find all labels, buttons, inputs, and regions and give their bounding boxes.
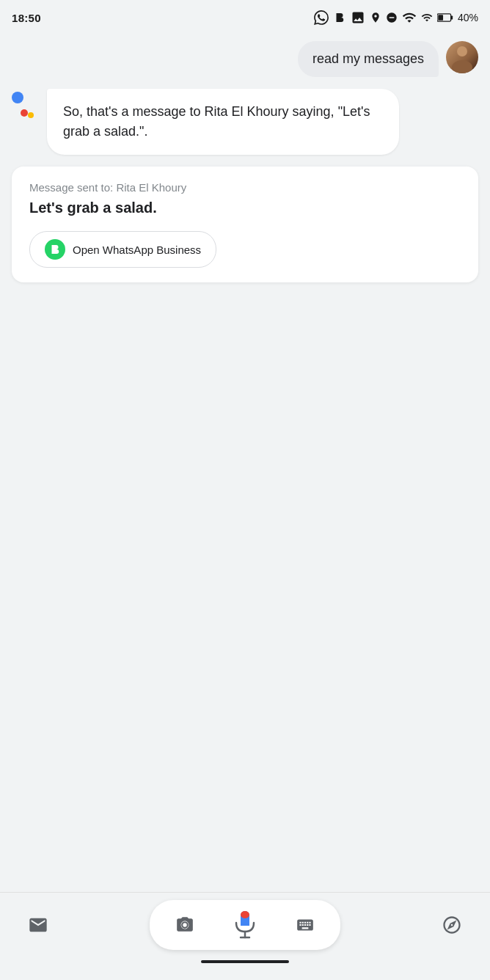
tray-button[interactable] [22,909,54,941]
google-assistant-logo [12,92,38,118]
assistant-message-bubble: So, that's a message to Rita El Khoury s… [47,89,399,155]
svg-rect-1 [451,15,453,19]
status-bar: 18:50 [0,0,490,32]
battery-status-icon [437,12,453,23]
svg-point-4 [452,60,472,73]
svg-rect-8 [241,918,249,926]
compass-button[interactable] [436,909,468,941]
assistant-message-text: So, that's a message to Rita El Khoury s… [63,104,370,139]
avatar-image [446,41,478,73]
signal-status-icon [421,12,433,23]
whatsapp-status-icon [314,10,329,25]
message-card-recipient: Message sent to: Rita El Khoury [29,181,461,194]
open-whatsapp-business-button[interactable]: Open WhatsApp Business [29,231,216,268]
user-message-row: read my messages [12,41,478,77]
location-status-icon [370,12,381,23]
user-message-bubble: read my messages [298,41,439,77]
svg-rect-7 [241,911,249,918]
status-icons: 40% [314,10,478,25]
message-card-text: Let's grab a salad. [29,200,461,216]
chat-area: read my messages So, that's a message to… [0,32,490,892]
status-time: 18:50 [12,12,41,24]
open-app-button-label: Open WhatsApp Business [73,244,201,256]
lens-button[interactable] [172,912,198,938]
dot-yellow [28,112,34,118]
home-indicator [201,960,289,963]
dnd-status-icon [386,12,398,23]
user-message-text: read my messages [312,51,424,66]
whatsapp-business-icon [45,239,65,260]
svg-rect-2 [438,15,443,21]
bottom-controls [0,900,490,950]
microphone-button[interactable] [227,907,263,943]
center-pill [150,900,340,950]
keyboard-button[interactable] [292,912,318,938]
b-status-icon [333,11,346,24]
dot-blue [12,92,23,103]
bottom-bar [0,892,490,980]
message-card: Message sent to: Rita El Khoury Let's gr… [12,167,478,282]
svg-point-3 [457,46,467,56]
svg-point-5 [182,922,188,928]
image-status-icon [351,10,365,25]
wifi-status-icon [402,10,417,25]
battery-percent: 40% [458,12,478,23]
assistant-row: So, that's a message to Rita El Khoury s… [12,89,478,155]
dot-red [21,109,28,117]
user-avatar [446,41,478,73]
